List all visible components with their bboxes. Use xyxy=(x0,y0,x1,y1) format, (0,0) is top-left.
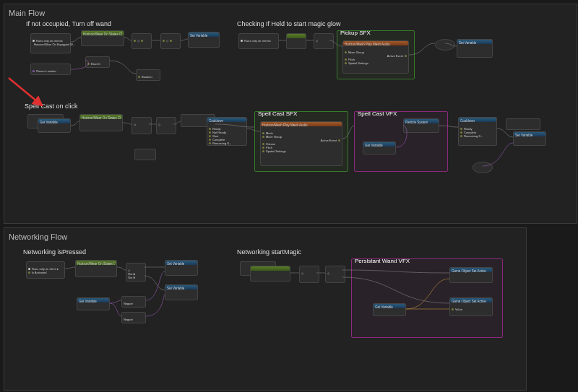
node-set-var-4[interactable]: Set Variable xyxy=(165,260,198,276)
node-branch-1[interactable]: ◇ xyxy=(131,33,152,49)
node-set-var-1[interactable]: Set Variable xyxy=(188,32,220,48)
node-branch-3[interactable] xyxy=(286,33,306,49)
node-get-var-3[interactable]: Get Variable xyxy=(77,297,110,310)
node-get-var-1[interactable]: Get Variable xyxy=(38,118,71,133)
spell-cast-label: Spell Cast on click xyxy=(25,103,78,110)
node-branch-6[interactable]: ◇ xyxy=(156,117,176,134)
node-get-var-4[interactable]: Get Variable xyxy=(373,303,406,316)
node-runs-on-1[interactable]: Runs only on client ▸ Horizon/Wear On Eq… xyxy=(30,33,71,53)
net-magic-label: Networking startMagic xyxy=(237,248,301,256)
node-bool-3[interactable] xyxy=(134,149,156,160)
node-state-change-2[interactable]: Horizon/Wear On States Change Event xyxy=(79,114,123,131)
wand-vfx-title: Persistant Wand VFX xyxy=(355,258,410,264)
node-branch-2[interactable]: ◇ xyxy=(160,33,181,49)
main-flow-title: Main Flow xyxy=(9,9,572,17)
node-runs-on-2[interactable]: Runs only on client ▸ xyxy=(238,33,279,49)
pickup-sfx-title: Pickup SFX xyxy=(340,30,371,36)
node-negate-1[interactable]: Negate xyxy=(121,296,146,308)
networking-flow-section: Networking Flow Networking isPressed Net… xyxy=(4,227,527,391)
red-arrow-annotation xyxy=(4,74,55,117)
node-set-var-2[interactable]: Set Variable xyxy=(457,39,493,58)
node-branch-8[interactable]: ◇ xyxy=(299,266,319,283)
node-branch-4[interactable]: ◇ xyxy=(314,33,334,49)
node-circle-2[interactable] xyxy=(473,162,493,173)
node-get-var-2[interactable]: Get Variable xyxy=(363,141,396,154)
node-branch-9[interactable]: ◇ xyxy=(325,266,345,283)
node-runs-on-5[interactable] xyxy=(506,118,540,130)
networking-flow-title: Networking Flow xyxy=(9,232,522,241)
node-cooldown-1[interactable]: Cooldown Ready Not Ready Start Complete … xyxy=(207,117,247,146)
cast-vfx-title: Spell Cast VFX xyxy=(358,110,397,117)
node-cooldown-2[interactable]: Cooldown Ready Complete Remaining S... xyxy=(458,117,497,146)
node-runs-on-6[interactable]: Runs only on client ▸ Is Activated xyxy=(26,261,65,279)
node-bool-2[interactable]: Boolean xyxy=(136,69,160,81)
node-set-active-1[interactable]: Game Object Set Active xyxy=(449,267,493,283)
node-emitter[interactable]: Owner's emitter xyxy=(30,64,71,75)
node-state-change-3[interactable]: Horizon/Wear On States Change Event xyxy=(75,260,117,277)
svg-line-0 xyxy=(9,78,42,105)
node-set-active-2[interactable]: Game Object Set Active Value xyxy=(449,297,493,316)
node-bool-1[interactable]: Branch xyxy=(85,56,110,68)
node-play-audio-1[interactable]: Horizon/Mesh Play Mesh Audio Mixer Group… xyxy=(342,40,409,74)
node-branch-5[interactable]: ◇ xyxy=(131,117,152,134)
wand-off-label: If not occupied, Turn off wand xyxy=(26,20,111,27)
node-particle-1[interactable]: Particle System xyxy=(403,118,439,133)
node-set-var-3[interactable]: Set Variable xyxy=(513,131,546,146)
node-state-change-4[interactable] xyxy=(250,266,290,282)
net-pressed-label: Networking isPressed xyxy=(23,248,86,256)
node-state-change-1[interactable]: Horizon/Wear On States Change Event xyxy=(81,30,124,46)
check-held-label: Checking If Held to start magic glow xyxy=(237,20,341,27)
main-flow-section: Main Flow If not occupied, Turn off wand… xyxy=(4,4,577,224)
node-play-audio-2[interactable]: Horizon/Mesh Play Mesh Audio Mesh Mixer … xyxy=(260,121,342,166)
node-set-var-5[interactable]: Set Variable xyxy=(165,284,198,300)
node-negate-2[interactable]: Negate xyxy=(121,312,146,323)
cast-sfx-title: Spell Cast SFX xyxy=(258,110,297,117)
node-circle-1[interactable] xyxy=(435,39,455,51)
node-branch-7[interactable]: ◇Out AOut B xyxy=(126,263,146,282)
